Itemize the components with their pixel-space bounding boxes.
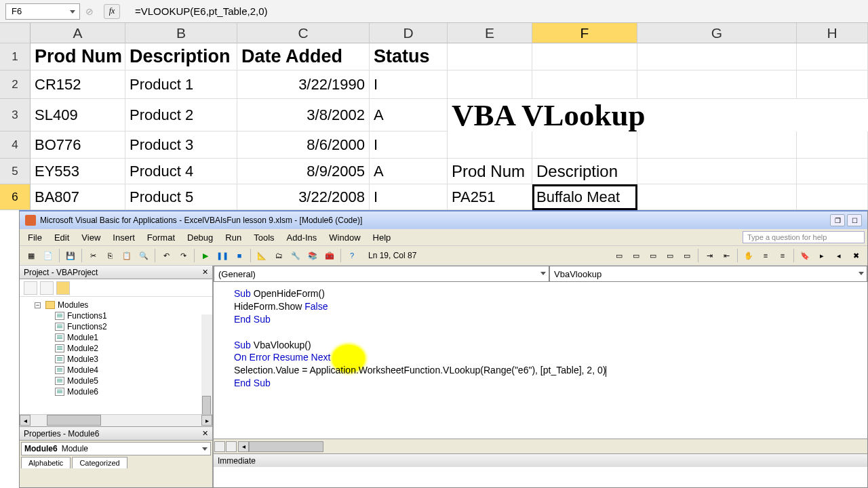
row-header-3[interactable]: 3 — [0, 99, 31, 131]
modules-folder[interactable]: −Modules — [21, 300, 211, 310]
cell-C6[interactable]: 3/22/2008 — [237, 184, 370, 210]
tab-alphabetic[interactable]: Alphabetic — [21, 457, 71, 468]
menu-edit[interactable]: Edit — [49, 231, 75, 244]
redo-icon[interactable]: ↷ — [176, 248, 191, 263]
cell-D6[interactable]: I — [370, 184, 448, 210]
reset-icon[interactable]: ■ — [232, 248, 247, 263]
uncomment-icon[interactable]: ≡ — [775, 248, 790, 263]
cell-H6[interactable] — [797, 184, 868, 210]
object-combo[interactable]: (General) — [214, 266, 549, 282]
cell-H5[interactable] — [797, 159, 868, 184]
bookmark-icon[interactable]: 🔖 — [797, 248, 812, 263]
tb-icon-3[interactable]: ▭ — [646, 248, 660, 263]
cell-G1[interactable] — [637, 43, 797, 70]
cell-B5[interactable]: Product 4 — [125, 159, 237, 184]
cell-F1[interactable] — [532, 43, 637, 70]
row-header-6[interactable]: 6 — [0, 184, 31, 210]
col-header-G[interactable]: G — [637, 23, 797, 43]
prev-bookmark-icon[interactable]: ◂ — [831, 248, 846, 263]
vbe-titlebar[interactable]: Microsoft Visual Basic for Applications … — [20, 211, 867, 229]
col-header-D[interactable]: D — [370, 23, 448, 43]
toggle-folders-icon[interactable] — [56, 281, 70, 295]
run-icon[interactable]: ▶ — [198, 248, 213, 263]
properties-icon[interactable]: 🔧 — [288, 248, 303, 263]
module-module2[interactable]: Module2 — [21, 343, 211, 354]
cancel-icon[interactable]: ⊘ — [85, 6, 94, 17]
full-module-view-icon[interactable] — [214, 441, 225, 452]
procedure-combo[interactable]: VbaVlookup — [549, 266, 867, 282]
cell-D1[interactable]: Status — [370, 43, 448, 70]
select-all-corner[interactable] — [0, 23, 31, 43]
break-icon[interactable]: ❚❚ — [215, 248, 230, 263]
module-module6[interactable]: Module6 — [21, 386, 211, 397]
module-module4[interactable]: Module4 — [21, 365, 211, 375]
paste-icon[interactable]: 📋 — [119, 248, 134, 263]
cell-A4[interactable]: BO776 — [31, 131, 125, 159]
cell-G5[interactable] — [637, 159, 797, 184]
cell-E2[interactable] — [448, 70, 532, 99]
project-tree[interactable]: −Modules Functions1 Functions2 Module1 M… — [20, 297, 212, 414]
project-hscroll[interactable]: ◂▸ — [20, 414, 212, 426]
close-properties-pane-icon[interactable]: ✕ — [202, 429, 208, 438]
menu-format[interactable]: Format — [142, 231, 180, 244]
object-browser-icon[interactable]: 📚 — [305, 248, 320, 263]
cell-F6-selected[interactable]: Buffalo Meat — [532, 184, 637, 210]
cell-C3[interactable]: 3/8/2002 — [237, 99, 370, 131]
cell-G4[interactable] — [637, 131, 797, 159]
clear-bookmark-icon[interactable]: ✖ — [848, 248, 863, 263]
name-box[interactable]: F6 — [5, 3, 80, 20]
module-functions2[interactable]: Functions2 — [21, 321, 211, 332]
tb-icon-4[interactable]: ▭ — [663, 248, 677, 263]
cell-A2[interactable]: CR152 — [31, 70, 125, 99]
cell-F4[interactable] — [532, 131, 637, 159]
menu-debug[interactable]: Debug — [182, 231, 218, 244]
cell-G6[interactable] — [637, 184, 797, 210]
toolbox-icon[interactable]: 🧰 — [322, 248, 337, 263]
cell-H2[interactable] — [797, 70, 868, 99]
cell-A1[interactable]: Prod Num — [31, 43, 125, 70]
row-header-2[interactable]: 2 — [0, 70, 31, 99]
cell-H1[interactable] — [797, 43, 868, 70]
module-module3[interactable]: Module3 — [21, 354, 211, 365]
menu-tools[interactable]: Tools — [248, 231, 279, 244]
col-header-H[interactable]: H — [797, 23, 868, 43]
cell-C5[interactable]: 8/9/2005 — [237, 159, 370, 184]
cell-E6[interactable]: PA251 — [448, 184, 532, 210]
cell-B4[interactable]: Product 3 — [125, 131, 237, 159]
cell-D2[interactable]: I — [370, 70, 448, 99]
cell-C1[interactable]: Date Added — [237, 43, 370, 70]
cell-B3[interactable]: Product 2 — [125, 99, 237, 131]
copy-icon[interactable]: ⎘ — [102, 248, 117, 263]
view-code-icon[interactable] — [24, 281, 37, 295]
tb-icon-2[interactable]: ▭ — [629, 248, 644, 263]
fx-button[interactable]: fx — [104, 4, 120, 19]
menu-view[interactable]: View — [76, 231, 106, 244]
cell-E1[interactable] — [448, 43, 532, 70]
col-header-C[interactable]: C — [237, 23, 370, 43]
breakpoint-icon[interactable]: ✋ — [741, 248, 756, 263]
design-mode-icon[interactable]: 📐 — [254, 248, 269, 263]
close-project-pane-icon[interactable]: ✕ — [202, 268, 208, 277]
cell-G2[interactable] — [637, 70, 797, 99]
outdent-icon[interactable]: ⇤ — [719, 248, 734, 263]
cell-E5[interactable]: Prod Num — [448, 159, 532, 184]
module-module1[interactable]: Module1 — [21, 332, 211, 343]
maximize-icon[interactable]: ☐ — [847, 214, 862, 226]
next-bookmark-icon[interactable]: ▸ — [814, 248, 829, 263]
module-module5[interactable]: Module5 — [21, 375, 211, 386]
menu-insert[interactable]: Insert — [107, 231, 140, 244]
cell-C4[interactable]: 8/6/2000 — [237, 131, 370, 159]
menu-addins[interactable]: Add-Ins — [281, 231, 323, 244]
row-header-5[interactable]: 5 — [0, 159, 31, 184]
project-explorer-icon[interactable]: 🗂 — [271, 248, 286, 263]
immediate-window[interactable] — [214, 467, 867, 487]
help-search[interactable]: Type a question for help — [743, 231, 865, 243]
tb-icon-5[interactable]: ▭ — [679, 248, 694, 263]
code-hscroll[interactable]: ◂ — [214, 439, 867, 453]
row-header-1[interactable]: 1 — [0, 43, 31, 70]
menu-window[interactable]: Window — [323, 231, 366, 244]
hscroll-left-icon[interactable]: ◂ — [238, 441, 249, 452]
col-header-A[interactable]: A — [31, 23, 125, 43]
cell-A6[interactable]: BA807 — [31, 184, 125, 210]
help-icon[interactable]: ? — [344, 248, 359, 263]
